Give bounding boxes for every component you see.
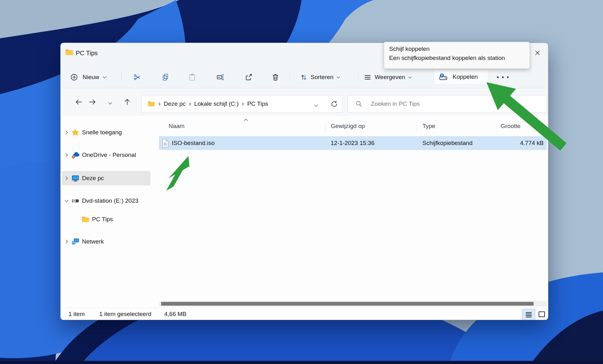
breadcrumb-lokale-schijf[interactable]: Lokale schijf (C:) [194, 100, 239, 107]
search-input[interactable] [370, 95, 535, 112]
refresh-button[interactable] [330, 100, 338, 109]
toolbar-divider [121, 71, 122, 80]
file-size: 4.774 kB [520, 136, 544, 150]
copy-icon [161, 73, 170, 81]
expand-right-icon[interactable] [62, 239, 71, 244]
column-header-grootte[interactable]: Grootte [501, 123, 520, 130]
star-icon [71, 128, 82, 136]
network-icon [71, 238, 82, 246]
status-bar: 1 item 1 item geselecteerd 4,66 MB [61, 308, 548, 320]
file-row-iso-bestand[interactable]: ISO-bestand.iso 12-1-2023 15:36 Schijfko… [159, 136, 547, 150]
column-header-naam[interactable]: Naam [169, 123, 185, 130]
close-button[interactable] [530, 46, 544, 59]
toolbar-divider [290, 71, 290, 80]
horizontal-scrollbar[interactable] [159, 301, 547, 307]
share-button[interactable] [245, 73, 253, 83]
arrow-up-icon [123, 98, 131, 106]
sidebar-item-label: OneDrive - Personal [82, 152, 136, 158]
arrow-right-icon [88, 98, 96, 106]
sort-ascending-caret-icon [244, 117, 248, 122]
sidebar-item-label: Netwerk [82, 238, 104, 245]
sidebar-item-netwerk[interactable]: Netwerk [62, 234, 150, 249]
folder-icon [81, 216, 92, 223]
view-button-label: Weergeven [375, 74, 405, 81]
column-divider[interactable] [325, 123, 326, 132]
delete-button[interactable] [271, 73, 280, 83]
icons-view-toggle[interactable] [536, 309, 547, 319]
sidebar-item-onedrive[interactable]: OneDrive - Personal [62, 148, 150, 162]
search-icon [355, 100, 363, 109]
chevron-down-icon [102, 76, 107, 79]
tooltip-description: Een schijfkopiebestand koppelen als stat… [389, 55, 524, 62]
folder-icon [148, 101, 155, 107]
address-dropdown-button[interactable] [314, 103, 318, 108]
scissors-icon [133, 73, 141, 81]
more-options-button[interactable] [496, 73, 510, 82]
forward-button[interactable] [88, 98, 96, 107]
expand-right-icon[interactable] [62, 130, 71, 135]
computer-monitor-icon [71, 174, 82, 182]
rename-button[interactable] [216, 73, 225, 83]
view-button[interactable]: Weergeven [364, 70, 426, 84]
details-view-icon [525, 312, 532, 318]
breadcrumb-separator: › [239, 100, 247, 107]
sort-button[interactable]: Sorteren [300, 70, 350, 84]
mount-button[interactable]: Koppelen [434, 70, 488, 84]
chevron-down-icon [314, 104, 318, 107]
breadcrumb-pc-tips[interactable]: PC Tips [247, 100, 268, 107]
desktop: PC Tips Nieuw [0, 0, 603, 364]
column-header-gewijzigd-op[interactable]: Gewijzigd op [331, 123, 365, 130]
toolbar-divider [358, 71, 358, 80]
close-icon [534, 50, 541, 56]
item-count: 1 item [68, 311, 85, 318]
address-bar[interactable]: › Deze pc › Lokale schijf (C:) › PC Tips [142, 95, 343, 113]
sidebar-item-label: Dvd-station (E:) 2023 [82, 197, 139, 204]
expand-right-icon[interactable] [62, 176, 71, 180]
window-title: PC Tips [76, 43, 98, 63]
recent-locations-button[interactable] [108, 100, 112, 106]
refresh-icon [330, 100, 338, 108]
expand-down-icon[interactable] [62, 199, 71, 203]
breadcrumb-separator: › [155, 100, 164, 107]
breadcrumb-deze-pc[interactable]: Deze pc [164, 100, 186, 107]
chevron-down-icon [108, 102, 112, 105]
selection-size: 4,66 MB [164, 311, 187, 318]
sidebar-item-label: PC Tips [92, 216, 113, 223]
tooltip-title: Schijf koppelen [389, 46, 524, 52]
sort-icon [300, 73, 308, 81]
mount-tooltip: Schijf koppelen Een schijfkopiebestand k… [384, 42, 530, 69]
sidebar-item-dvd-station[interactable]: Dvd-station (E:) 2023 [62, 194, 150, 208]
column-divider[interactable] [416, 123, 417, 132]
window-body: Snelle toegang OneDrive - Personal Deze … [61, 116, 548, 320]
expand-right-icon[interactable] [62, 153, 71, 157]
sidebar-item-deze-pc[interactable]: Deze pc [62, 171, 150, 185]
mount-disk-icon [439, 73, 448, 81]
onedrive-cloud-error-icon [71, 151, 82, 159]
sidebar-item-label: Snelle toegang [82, 129, 122, 136]
paste-button[interactable] [188, 73, 196, 83]
large-icons-view-icon [538, 311, 546, 318]
cut-button[interactable] [133, 73, 141, 83]
back-button[interactable] [75, 98, 83, 107]
up-button[interactable] [123, 98, 131, 107]
mount-button-label: Koppelen [453, 73, 478, 80]
sidebar-item-snelle-toegang[interactable]: Snelle toegang [62, 125, 150, 140]
scrollbar-thumb[interactable] [161, 302, 534, 306]
column-header-type[interactable]: Type [422, 123, 435, 130]
explorer-window: PC Tips Nieuw [60, 43, 548, 320]
plus-circle-icon [70, 73, 78, 81]
details-view-toggle[interactable] [522, 309, 535, 320]
new-button[interactable]: Nieuw [70, 70, 114, 84]
copy-button[interactable] [161, 73, 170, 83]
column-divider[interactable] [497, 123, 497, 132]
share-icon [245, 73, 253, 81]
chevron-down-icon [408, 76, 412, 79]
sidebar-item-label: Deze pc [82, 175, 104, 182]
sidebar-item-pc-tips[interactable]: PC Tips [62, 212, 150, 227]
file-name: ISO-bestand.iso [172, 136, 215, 150]
chevron-down-icon [336, 76, 340, 79]
breadcrumb-separator: › [186, 100, 194, 107]
rename-icon [216, 73, 225, 81]
search-box[interactable] [347, 95, 547, 113]
file-type: Schijfkopiebestand [422, 136, 473, 150]
